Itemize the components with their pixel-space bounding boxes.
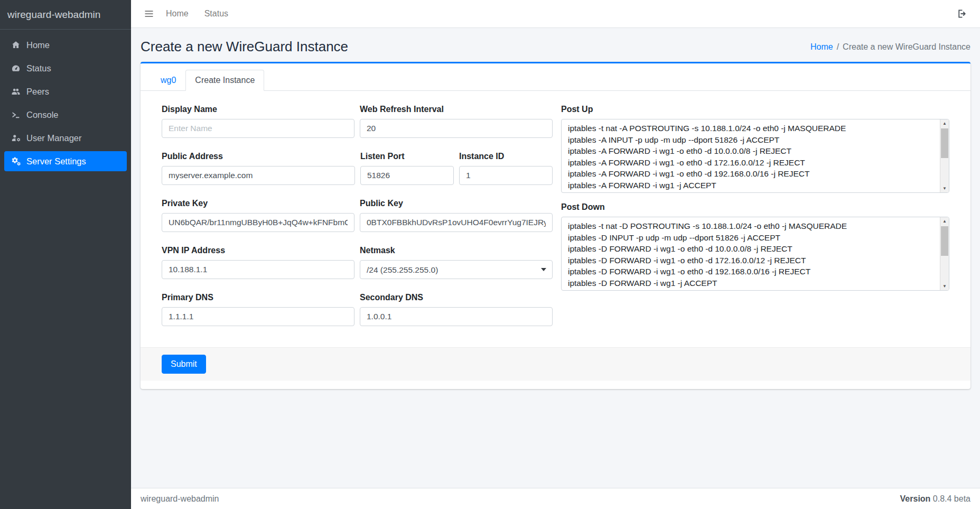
display-name-label: Display Name bbox=[162, 105, 354, 114]
post-down-textarea[interactable]: iptables -t nat -D POSTROUTING -s 10.188… bbox=[562, 217, 940, 290]
display-name-input[interactable] bbox=[162, 119, 354, 138]
form-row: Display Name Web Refresh Interval bbox=[162, 105, 553, 138]
instance-card: wg0 Create Instance Display Name Web Ref… bbox=[141, 62, 970, 389]
public-address-input[interactable] bbox=[162, 166, 355, 185]
form-row: Private Key Public Key bbox=[162, 199, 553, 232]
public-address-field-group: Public Address bbox=[162, 152, 355, 185]
post-down-label: Post Down bbox=[561, 202, 949, 212]
submit-button[interactable]: Submit bbox=[162, 355, 206, 374]
post-up-scrollbar-track[interactable] bbox=[940, 127, 949, 184]
netmask-select-wrap: /24 (255.255.255.0) bbox=[360, 260, 553, 279]
page-footer: wireguard-webadmin Version 0.8.4 beta bbox=[131, 488, 980, 509]
instance-id-input[interactable] bbox=[459, 166, 553, 185]
netmask-label: Netmask bbox=[360, 246, 553, 255]
secondary-dns-field-group: Secondary DNS bbox=[360, 293, 553, 326]
form-right-column: Post Up iptables -t nat -A POSTROUTING -… bbox=[561, 105, 949, 340]
post-down-textarea-wrap: iptables -t nat -D POSTROUTING -s 10.188… bbox=[561, 217, 949, 291]
top-navbar: Home Status bbox=[131, 0, 980, 28]
form-left-column: Display Name Web Refresh Interval Public… bbox=[162, 105, 553, 340]
page-title: Create a new WireGuard Instance bbox=[141, 39, 348, 55]
sidebar-brand: wireguard-webadmin bbox=[0, 0, 131, 30]
netmask-select[interactable]: /24 (255.255.255.0) bbox=[360, 260, 553, 279]
users-icon bbox=[11, 87, 21, 96]
vpn-ip-input[interactable] bbox=[162, 260, 354, 279]
content-header: Create a new WireGuard Instance Home/Cre… bbox=[131, 28, 980, 62]
footer-version: Version 0.8.4 beta bbox=[900, 494, 970, 504]
post-down-scrollbar[interactable]: ▲ ▼ bbox=[940, 217, 949, 290]
sidebar-item-server-settings[interactable]: Server Settings bbox=[4, 151, 127, 171]
breadcrumb-current: Create a new WireGuard Instance bbox=[843, 42, 970, 51]
primary-dns-input[interactable] bbox=[162, 307, 354, 326]
sidebar-item-label: Home bbox=[26, 40, 50, 50]
post-down-scrollbar-thumb[interactable] bbox=[941, 226, 948, 256]
vpn-ip-field-group: VPN IP Address bbox=[162, 246, 354, 279]
sidebar: wireguard-webadmin Home Status Peers Con… bbox=[0, 0, 131, 509]
home-icon bbox=[11, 40, 21, 50]
breadcrumb-separator: / bbox=[837, 42, 839, 51]
sidebar-item-label: User Manager bbox=[26, 133, 82, 143]
footer-version-value: 0.8.4 beta bbox=[933, 494, 970, 503]
user-gear-icon bbox=[11, 133, 21, 143]
sidebar-item-status[interactable]: Status bbox=[4, 58, 127, 78]
netmask-field-group: Netmask /24 (255.255.255.0) bbox=[360, 246, 553, 279]
post-up-textarea[interactable]: iptables -t nat -A POSTROUTING -s 10.188… bbox=[562, 119, 940, 192]
tachometer-icon bbox=[11, 63, 21, 73]
web-refresh-interval-input[interactable] bbox=[360, 119, 553, 138]
sidebar-item-home[interactable]: Home bbox=[4, 35, 127, 55]
post-up-scrollbar[interactable]: ▲ ▼ bbox=[940, 119, 949, 192]
footer-brand: wireguard-webadmin bbox=[141, 494, 219, 504]
sidebar-item-console[interactable]: Console bbox=[4, 105, 127, 125]
scroll-down-arrow-icon[interactable]: ▼ bbox=[940, 184, 949, 192]
instance-id-field-group: Instance ID bbox=[459, 152, 553, 185]
scroll-up-arrow-icon[interactable]: ▲ bbox=[940, 217, 949, 225]
listen-port-label: Listen Port bbox=[360, 152, 454, 161]
sidebar-item-label: Status bbox=[26, 63, 51, 73]
logout-icon[interactable] bbox=[957, 8, 967, 19]
scroll-down-arrow-icon[interactable]: ▼ bbox=[940, 282, 949, 290]
display-name-field-group: Display Name bbox=[162, 105, 354, 138]
public-key-input[interactable] bbox=[360, 213, 553, 232]
sidebar-item-user-manager[interactable]: User Manager bbox=[4, 128, 127, 148]
sidebar-nav: Home Status Peers Console User Manager S… bbox=[0, 30, 131, 180]
public-key-field-group: Public Key bbox=[360, 199, 553, 232]
footer-version-label: Version bbox=[900, 494, 931, 503]
private-key-input[interactable] bbox=[162, 213, 354, 232]
sidebar-item-label: Server Settings bbox=[26, 156, 86, 166]
form-row: Public Address Listen Port Instance ID bbox=[162, 152, 553, 185]
post-up-scrollbar-thumb[interactable] bbox=[941, 128, 948, 158]
terminal-icon bbox=[11, 110, 21, 119]
post-up-field-group: Post Up iptables -t nat -A POSTROUTING -… bbox=[561, 105, 949, 193]
post-up-textarea-wrap: iptables -t nat -A POSTROUTING -s 10.188… bbox=[561, 119, 949, 193]
content-area: Create a new WireGuard Instance Home/Cre… bbox=[131, 28, 980, 488]
listen-port-field-group: Listen Port bbox=[360, 152, 454, 185]
hamburger-menu-icon[interactable] bbox=[144, 8, 154, 19]
vpn-ip-label: VPN IP Address bbox=[162, 246, 354, 255]
web-refresh-interval-label: Web Refresh Interval bbox=[360, 105, 553, 114]
primary-dns-field-group: Primary DNS bbox=[162, 293, 354, 326]
primary-dns-label: Primary DNS bbox=[162, 293, 354, 302]
listen-port-input[interactable] bbox=[360, 166, 454, 185]
instance-id-label: Instance ID bbox=[459, 152, 553, 161]
form-row: Primary DNS Secondary DNS bbox=[162, 293, 553, 326]
breadcrumb: Home/Create a new WireGuard Instance bbox=[810, 42, 970, 52]
breadcrumb-home-link[interactable]: Home bbox=[810, 42, 833, 51]
card-footer: Submit bbox=[141, 347, 970, 381]
scroll-up-arrow-icon[interactable]: ▲ bbox=[940, 119, 949, 127]
main-column: Home Status Create a new WireGuard Insta… bbox=[131, 0, 980, 509]
sidebar-item-label: Console bbox=[26, 110, 59, 120]
secondary-dns-input[interactable] bbox=[360, 307, 553, 326]
public-address-label: Public Address bbox=[162, 152, 355, 161]
private-key-label: Private Key bbox=[162, 199, 354, 208]
navbar-link-status[interactable]: Status bbox=[204, 9, 228, 18]
post-down-scrollbar-track[interactable] bbox=[940, 225, 949, 282]
secondary-dns-label: Secondary DNS bbox=[360, 293, 553, 302]
sidebar-item-peers[interactable]: Peers bbox=[4, 81, 127, 101]
app-root: wireguard-webadmin Home Status Peers Con… bbox=[0, 0, 980, 509]
navbar-link-home[interactable]: Home bbox=[166, 9, 189, 18]
public-key-label: Public Key bbox=[360, 199, 553, 208]
tab-create-instance[interactable]: Create Instance bbox=[185, 70, 264, 91]
post-up-label: Post Up bbox=[561, 105, 949, 114]
tab-wg0[interactable]: wg0 bbox=[151, 70, 185, 91]
cogs-icon bbox=[11, 156, 21, 166]
instance-form: Display Name Web Refresh Interval Public… bbox=[141, 91, 970, 347]
